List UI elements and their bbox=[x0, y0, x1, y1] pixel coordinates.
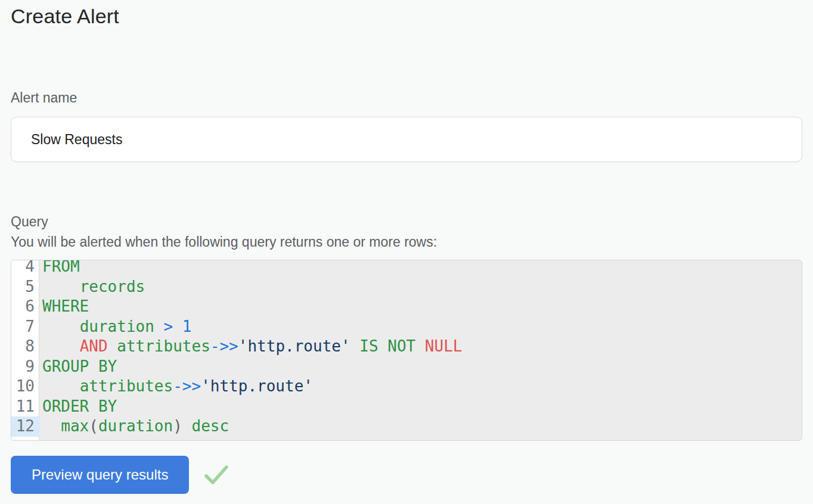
line-number: 9 bbox=[11, 357, 40, 377]
alert-name-input[interactable] bbox=[11, 117, 802, 162]
code-line-content: max(duration) desc bbox=[40, 416, 229, 437]
page-title: Create Alert bbox=[11, 5, 802, 28]
code-line-content: WHERE bbox=[40, 297, 89, 317]
code-line[interactable]: 5 records bbox=[11, 277, 802, 297]
code-line[interactable]: 4FROM bbox=[11, 260, 802, 277]
create-alert-page: Create Alert Alert name Query You will b… bbox=[0, 0, 813, 494]
line-number: 4 bbox=[11, 260, 40, 277]
line-number: 6 bbox=[11, 297, 40, 317]
code-editor-lines: 4FROM5 records6WHERE7 duration > 18 AND … bbox=[11, 260, 802, 437]
alert-name-label: Alert name bbox=[11, 90, 802, 106]
code-line[interactable]: 7 duration > 1 bbox=[11, 317, 802, 337]
code-line-content: records bbox=[40, 277, 145, 297]
code-line-content: GROUP BY bbox=[40, 357, 117, 377]
query-label: Query bbox=[11, 211, 802, 232]
code-line-content: FROM bbox=[40, 260, 80, 277]
code-line-content: AND attributes->>'http.route' IS NOT NUL… bbox=[40, 337, 462, 357]
line-number: 8 bbox=[11, 337, 40, 357]
check-icon bbox=[202, 463, 229, 487]
code-line[interactable]: 6WHERE bbox=[11, 297, 802, 317]
code-line-content: duration > 1 bbox=[40, 317, 191, 337]
actions-row: Preview query results bbox=[11, 456, 802, 494]
code-line[interactable]: 9GROUP BY bbox=[11, 357, 802, 377]
line-number: 7 bbox=[11, 317, 40, 337]
line-number: 11 bbox=[11, 397, 40, 417]
code-line[interactable]: 10 attributes->>'http.route' bbox=[11, 377, 802, 397]
code-line[interactable]: 12 max(duration) desc bbox=[11, 416, 802, 437]
line-number: 12 bbox=[11, 416, 40, 437]
line-number: 5 bbox=[11, 277, 40, 297]
code-line-content: attributes->>'http.route' bbox=[40, 377, 313, 397]
code-line[interactable]: 11ORDER BY bbox=[11, 397, 802, 417]
code-line[interactable]: 8 AND attributes->>'http.route' IS NOT N… bbox=[11, 337, 802, 357]
query-description: You will be alerted when the following q… bbox=[11, 232, 802, 252]
preview-query-results-button[interactable]: Preview query results bbox=[11, 456, 189, 494]
sql-query-editor[interactable]: 4FROM5 records6WHERE7 duration > 18 AND … bbox=[11, 260, 802, 441]
line-number: 10 bbox=[11, 377, 40, 397]
code-line-content: ORDER BY bbox=[40, 397, 117, 417]
